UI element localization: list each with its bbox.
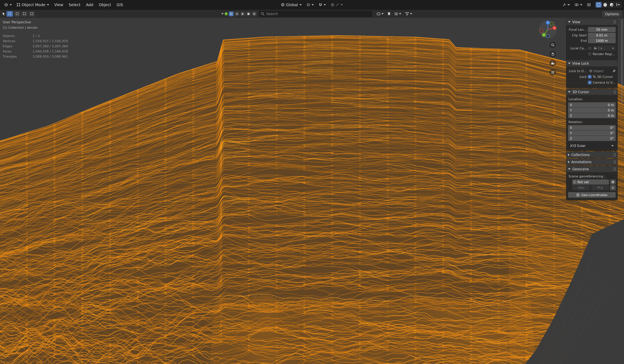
local-camera-label: Local Ca... [568,46,587,50]
shading-solid-button[interactable] [602,2,608,7]
cursor-location-z-field[interactable]: Z0 m [568,113,616,118]
snap-toggle[interactable] [316,2,328,7]
magnifier-icon [551,43,555,47]
panel-title: 3D Cursor [572,90,589,94]
navigation-gizmo[interactable]: Z X Y [538,20,557,40]
search-icon [261,12,265,16]
focal-length-field[interactable]: 50 mm [588,27,616,32]
panel-geoscene-header[interactable]: Geoscene [566,166,618,172]
menu-view[interactable]: View [52,1,66,8]
mode-selector[interactable]: Object Mode [14,2,51,8]
chevron-down-icon [312,4,314,5]
menu-object[interactable]: Object [96,1,114,8]
zoom-button[interactable] [549,42,556,48]
material-preview-sphere-icon[interactable] [225,12,228,15]
crs-field[interactable]: C Not set [572,180,609,184]
search-input[interactable] [259,11,372,17]
eyedropper-icon[interactable] [613,69,616,73]
panel-view-lock-header[interactable]: View Lock [566,60,618,66]
magnet-icon [319,3,322,6]
shading-material-button[interactable] [609,2,615,7]
cursor-rotation-y-field[interactable]: Y0° [568,130,616,136]
georef-radio[interactable] [568,186,571,189]
sidebar-scrollbar[interactable] [621,19,623,105]
panel-3d-cursor-header[interactable]: 3D Cursor [566,89,618,95]
proportional-editing-toggle[interactable] [329,2,345,7]
chevron-down-icon[interactable] [221,13,224,14]
stats-row: Edges3,097,360 / 3,097,364 [3,44,68,49]
select-mode-intersect-button[interactable] [28,11,35,17]
clear-icon[interactable]: × [612,46,614,50]
cursor-rotation-z-field[interactable]: Z0° [568,136,616,141]
header-right-group [560,0,622,9]
select-tool-cursor-icon[interactable] [2,12,5,16]
cursor-location-y-field[interactable]: Y0 m [568,108,616,113]
camera-to-view-checkbox[interactable]: ✓ [588,81,592,84]
transform-orientation-selector[interactable]: Global [279,2,304,8]
stats-row: Objects1 / 3 [3,33,68,39]
display-options-button[interactable] [376,12,385,16]
select-mode-extend-button[interactable] [14,11,20,17]
bookmark-button[interactable] [387,11,392,16]
tool-setting-icon[interactable] [246,11,251,16]
clip-end-field[interactable]: 1000 m [588,38,616,43]
gizmo-minus-y-axis[interactable] [550,22,554,26]
tool-setting-icon[interactable] [234,11,239,16]
lock-to-3d-cursor-checkbox[interactable]: ✓ [588,75,592,78]
proj-button[interactable]: Proj [591,185,609,190]
editor-type-selector[interactable] [2,2,14,8]
panel-annotations-header[interactable]: Annotations [566,159,618,165]
xray-toggle[interactable] [585,2,593,7]
camera-view-button[interactable] [549,60,556,67]
tool-setting-icon[interactable] [252,11,257,16]
caret-down-icon [568,21,571,23]
list-options-button[interactable] [393,12,403,16]
menu-gis[interactable]: GIS [114,1,126,8]
cursor-rotation-x-field[interactable]: X0° [568,125,616,130]
shading-wireframe-button[interactable] [596,2,602,7]
gizmo-y-axis[interactable]: Y [543,34,545,36]
solid-sphere-icon [603,3,607,7]
gizmos-toggle[interactable] [560,2,572,7]
lock-to-object-field[interactable]: Object [588,68,611,74]
falloff-curve-icon [336,3,339,6]
local-camera-field[interactable]: Ca... × [593,46,616,51]
geo-button[interactable]: Geo [572,185,590,190]
panel-collections-header[interactable]: Collections [566,152,618,158]
crs-settings-button[interactable] [610,180,616,184]
add-crs-button[interactable]: + [610,185,616,190]
clip-start-field[interactable]: 0.01 m [588,33,616,38]
menu-add[interactable]: Add [83,1,96,8]
panel-view-header[interactable]: View [566,19,618,25]
shading-rendered-button[interactable] [615,2,621,7]
cursor-location-x-field[interactable]: X0 m [568,102,616,107]
globe-icon [281,3,285,6]
stats-row: Triangles3,088,959 / 3,088,961 [3,54,68,59]
panel-drag-dots-icon [614,169,615,170]
options-tab[interactable]: Options [602,11,622,17]
tool-setting-icon[interactable] [229,11,234,16]
geo-coordinates-button[interactable]: Geo-coordinates [568,192,616,198]
rotation-mode-dropdown[interactable]: XYZ Euler [568,143,616,149]
gizmo-x-axis[interactable]: X [554,27,555,29]
bookmark-icon [388,12,390,16]
header-left-group: Object Mode View Select Add Object GIS [2,1,126,8]
select-mode-subtract-button[interactable] [21,11,27,17]
menu-select[interactable]: Select [66,1,83,8]
viewport-canvas-terrain-wireframe[interactable] [0,18,624,364]
overlays-toggle[interactable] [572,2,585,7]
georef-radio[interactable] [568,181,571,183]
local-camera-checkbox[interactable] [588,46,592,50]
select-mode-set-button[interactable] [6,11,13,17]
shading-mode-group [595,1,622,8]
pivot-point-selector[interactable] [304,2,316,7]
filter-button[interactable] [404,11,414,16]
tool-setting-icon[interactable] [240,11,245,16]
perspective-toggle-button[interactable] [549,69,556,76]
gizmo-minus-x-axis[interactable] [540,29,543,32]
gizmo-z-axis[interactable]: Z [547,21,549,24]
render-region-checkbox[interactable] [588,52,592,56]
pan-button[interactable] [549,51,556,57]
wireframe-sphere-icon [597,3,600,7]
gizmo-minus-z-axis[interactable] [546,34,550,38]
